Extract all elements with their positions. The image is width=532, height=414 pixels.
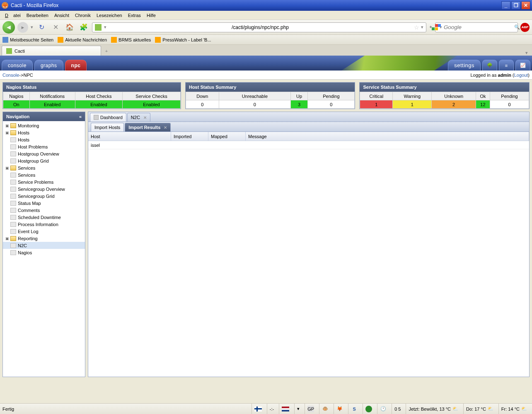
tray-green-icon[interactable] [365, 406, 372, 412]
url-input[interactable] [109, 24, 411, 30]
tree-process-info[interactable]: Process Information [3, 221, 85, 228]
tree-service-problems[interactable]: Service Problems [3, 178, 85, 185]
tree-monitoring[interactable]: ▣Monitoring [3, 122, 85, 129]
browser-tab-cacti[interactable]: Cacti [2, 46, 101, 56]
bookmark-most-visited[interactable]: Meistbesuchte Seiten [2, 37, 53, 43]
tree-hostgroup-overview[interactable]: Hostgroup Overview [3, 150, 85, 157]
tree-n2c[interactable]: N2C [3, 242, 85, 249]
tree-nagios[interactable]: Nagios [3, 249, 85, 256]
tree-scheduled-downtime[interactable]: Scheduled Downtime [3, 214, 85, 221]
forward-button[interactable]: ► [17, 22, 28, 33]
col-nagios[interactable]: Nagios [3, 92, 30, 100]
menu-extras[interactable]: Extras [126, 12, 143, 19]
adblock-icon[interactable]: ABP [520, 23, 530, 32]
flag-fi[interactable] [251, 404, 264, 414]
search-icon[interactable]: 🔍 [514, 24, 520, 30]
tree-status-map[interactable]: Status Map [3, 200, 85, 207]
weather-do[interactable]: Do: 17 °C ⛅ [463, 404, 496, 414]
col-imported[interactable]: Imported [171, 132, 208, 141]
toolbar-icon[interactable]: ✦ [429, 24, 433, 30]
tree-servicegroup-overview[interactable]: Servicegroup Overview [3, 185, 85, 192]
tab-settings[interactable]: settings [448, 60, 481, 71]
tree-event-log[interactable]: Event Log [3, 228, 85, 235]
header-graph-icon[interactable]: 📈 [515, 60, 530, 71]
back-button[interactable]: ◄ [2, 21, 15, 34]
tree-hosts[interactable]: Hosts [3, 136, 85, 143]
crumb-console[interactable]: Console [2, 73, 19, 78]
menu-bookmarks[interactable]: Lesezeichen [94, 12, 125, 19]
subtab-import-results[interactable]: Import Results✕ [125, 123, 171, 132]
bookmark-brms[interactable]: BRMS aktuelles [111, 37, 151, 43]
close-button[interactable]: ✕ [521, 1, 530, 10]
col-notifications[interactable]: Notifications [29, 92, 75, 100]
tab-n2c-content[interactable]: N2C✕ [127, 113, 150, 122]
col-mapped[interactable]: Mapped [208, 132, 246, 141]
status-dropdown[interactable]: ▾ [294, 404, 302, 414]
tray-monkey-icon[interactable]: 🐵 [322, 406, 329, 412]
menu-history[interactable]: Chronik [73, 12, 93, 19]
search-box[interactable]: ▾ 🔍 [435, 22, 518, 32]
col-servicechecks[interactable]: Service Checks [123, 92, 181, 100]
col-critical[interactable]: Critical [360, 92, 393, 100]
addon-button[interactable]: 🧩 [78, 22, 89, 33]
subtab-import-hosts[interactable]: Import Hosts [91, 123, 124, 132]
tree-hostgroup-grid[interactable]: Hostgroup Grid [3, 157, 85, 164]
bookmark-star-icon[interactable]: ☆ [414, 24, 419, 31]
menu-help[interactable]: Hilfe [144, 12, 158, 19]
tab-console[interactable]: console [2, 60, 33, 71]
weather-now[interactable]: Jetzt: Bewölkt, 13 °C ⛅ [406, 404, 461, 414]
home-button[interactable]: 🏠 [64, 22, 75, 33]
tab-npc[interactable]: npc [65, 60, 87, 71]
col-up[interactable]: Up [291, 92, 308, 100]
col-warning[interactable]: Warning [393, 92, 432, 100]
tray-s-icon[interactable]: S [351, 406, 358, 412]
logout-link[interactable]: Logout [514, 73, 528, 78]
minimize-button[interactable]: _ [501, 1, 510, 10]
menu-view[interactable]: Ansicht [52, 12, 72, 19]
col-svc-pending[interactable]: Pending [490, 92, 529, 100]
new-tab-button[interactable]: + [102, 46, 111, 56]
menu-file[interactable]: Datei [2, 12, 23, 19]
maximize-button[interactable]: ❐ [511, 1, 520, 10]
tree-comments[interactable]: Comments [3, 207, 85, 214]
history-dropdown[interactable]: ▾ [31, 24, 33, 30]
header-list-icon[interactable]: ≡ [499, 60, 514, 71]
col-message[interactable]: Message [246, 132, 529, 141]
close-tab-icon[interactable]: ✕ [143, 115, 147, 120]
tray-firefox-icon[interactable]: 🦊 [336, 406, 343, 412]
bookmark-news[interactable]: Aktuelle Nachrichten [58, 37, 107, 43]
col-unreachable[interactable]: Unreachable [219, 92, 290, 100]
stop-button[interactable]: ✕ [50, 22, 61, 33]
bookmark-presswatch[interactable]: PressWatch - Label 'B... [155, 37, 211, 43]
tree-hosts-folder[interactable]: ▣Hosts [3, 129, 85, 136]
weather-fr[interactable]: Fr: 14 °C ⛅ [498, 404, 530, 414]
site-dropdown[interactable]: ▾ [104, 24, 106, 30]
tree-reporting[interactable]: ▣Reporting [3, 235, 85, 242]
collapse-nav-icon[interactable]: « [79, 114, 82, 119]
tree-servicegroup-grid[interactable]: Servicegroup Grid [3, 192, 85, 200]
reload-button[interactable]: ↻ [36, 22, 47, 33]
leaf-icon [10, 243, 16, 248]
table-row[interactable]: issel [88, 141, 529, 149]
close-subtab-icon[interactable]: ✕ [164, 125, 167, 130]
tree-services-folder[interactable]: ▣Services [3, 164, 85, 171]
tray-clock-icon[interactable]: 🕐 [380, 406, 387, 412]
col-ok[interactable]: Ok [476, 92, 490, 100]
col-unknown[interactable]: Unknown [432, 92, 476, 100]
address-bar[interactable]: ▾ ☆ ▾ [92, 22, 426, 32]
flag-nl[interactable] [279, 404, 292, 414]
col-host[interactable]: Host [88, 132, 171, 141]
tree-services[interactable]: Services [3, 171, 85, 178]
search-input[interactable] [444, 24, 514, 30]
tab-dashboard[interactable]: Dashboard [90, 113, 126, 122]
url-dropdown[interactable]: ▾ [421, 24, 423, 30]
tree-host-problems[interactable]: Host Problems [3, 143, 85, 150]
col-pending[interactable]: Pending [308, 92, 355, 100]
col-down[interactable]: Down [186, 92, 219, 100]
tray-gp-icon[interactable]: GP [307, 406, 314, 412]
tab-graphs[interactable]: graphs [34, 60, 63, 71]
col-hostchecks[interactable]: Host Checks [75, 92, 122, 100]
header-tree-icon[interactable]: 🌳 [482, 60, 497, 71]
menu-edit[interactable]: Bearbeiten [24, 12, 51, 19]
tabs-overflow[interactable]: ▾ [523, 50, 530, 56]
